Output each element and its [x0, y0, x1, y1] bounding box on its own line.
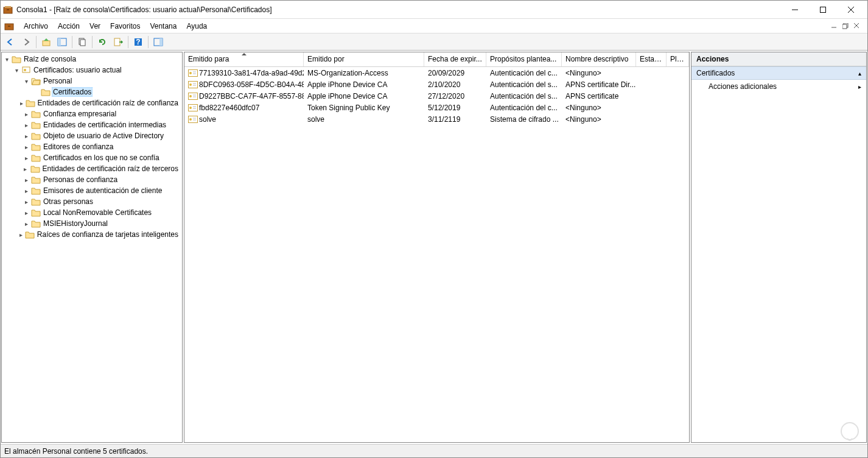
list-pane: Emitido para Emitido por Fecha de expir.… [184, 52, 690, 443]
folder-icon [31, 175, 41, 185]
svg-point-39 [189, 107, 192, 109]
menu-ayuda[interactable]: Ayuda [181, 21, 212, 32]
column-estado[interactable]: Estado [636, 52, 667, 66]
maximize-button[interactable] [809, 1, 837, 18]
menu-archivo[interactable]: Archivo [19, 21, 53, 32]
window-title: Consola1 - [Raíz de consola\Certificados… [16, 5, 781, 14]
cell: Autenticación del c... [486, 104, 562, 112]
mmc-icon [4, 21, 14, 31]
tree[interactable]: ▾ Raíz de consola ▾ Certificados: usuari… [2, 52, 182, 432]
list-body[interactable]: 77139310-3a81-47da-a9ad-49d2...MS-Organi… [184, 67, 689, 432]
tree-node[interactable]: ▸Otras personas [2, 196, 182, 207]
back-button[interactable] [3, 35, 18, 49]
tree-node[interactable]: ▸Confianza empresarial [2, 108, 182, 119]
folder-icon [31, 109, 41, 119]
forward-button[interactable] [19, 35, 33, 49]
refresh-button[interactable] [95, 35, 110, 49]
svg-point-27 [189, 72, 192, 74]
menu-ver[interactable]: Ver [85, 21, 105, 32]
menu-favoritos[interactable]: Favoritos [105, 21, 145, 32]
tree-node[interactable]: ▸Entidades de certificación intermedias [2, 119, 182, 130]
tree-horizontal-scrollbar[interactable] [2, 432, 182, 442]
menu-ventana[interactable]: Ventana [145, 21, 181, 32]
status-bar: El almacén Personal contiene 5 certifica… [1, 444, 867, 457]
certificate-row[interactable]: 8DFC0963-058F-4D5C-B04A-48...Apple iPhon… [184, 79, 689, 90]
mdi-controls [830, 22, 864, 30]
certificate-row[interactable]: 77139310-3a81-47da-a9ad-49d2...MS-Organi… [184, 67, 689, 79]
cell: D9227BBC-CA7F-4A7F-8557-88... [184, 92, 304, 100]
tree-personal[interactable]: ▾ Personal [2, 76, 182, 86]
cell: Apple iPhone Device CA [304, 80, 424, 89]
column-propositos[interactable]: Propósitos plantea... [486, 52, 562, 66]
menu-bar: Archivo Acción Ver Favoritos Ventana Ayu… [1, 19, 867, 33]
column-plantilla[interactable]: Plan [667, 52, 689, 66]
minimize-button[interactable] [781, 1, 809, 18]
folder-icon [31, 131, 41, 141]
mdi-close-button[interactable] [852, 22, 861, 30]
cell: solve [304, 115, 424, 124]
menu-accion[interactable]: Acción [53, 21, 85, 32]
cell: 27/12/2020 [424, 92, 486, 100]
tree-cert-user[interactable]: ▾ Certificados: usuario actual [2, 65, 182, 76]
help-button[interactable]: ? [131, 35, 145, 49]
tree-node[interactable]: ▸Objeto de usuario de Active Directory [2, 130, 182, 141]
actions-more[interactable]: Acciones adicionales ▸ [691, 80, 866, 93]
tree-node[interactable]: ▸Entidades de certificación raíz de conf… [2, 97, 182, 108]
svg-rect-4 [821, 7, 826, 12]
cell: Autenticación del c... [486, 69, 562, 77]
column-nombre-descriptivo[interactable]: Nombre descriptivo [562, 52, 636, 66]
folder-icon [31, 219, 41, 228]
column-fecha-expiracion[interactable]: Fecha de expir... [424, 52, 486, 66]
tree-certificados[interactable]: Certificados [2, 86, 182, 97]
show-hide-tree-button[interactable] [55, 35, 69, 49]
folder-icon [31, 197, 41, 206]
svg-text:?: ? [136, 38, 140, 46]
up-button[interactable] [39, 35, 54, 49]
submenu-icon: ▸ [858, 83, 861, 90]
cell: Autenticación del s... [486, 80, 562, 89]
copy-button[interactable] [75, 35, 89, 49]
cell: 3/11/2119 [424, 115, 486, 124]
tree-node[interactable]: ▸Entidades de certificación raíz de terc… [2, 163, 182, 174]
actions-section-certificados[interactable]: Certificados ▴ [691, 66, 866, 80]
show-hide-actions-button[interactable] [151, 35, 166, 49]
certificate-row[interactable]: fbd8227e460dfc07Token Signing Public Key… [184, 102, 689, 113]
tree-node[interactable]: ▸Local NonRemovable Certificates [2, 207, 182, 218]
svg-rect-23 [159, 38, 163, 46]
svg-point-35 [189, 95, 192, 97]
title-bar: Consola1 - [Raíz de consola\Certificados… [1, 1, 867, 19]
certificate-store-icon [21, 65, 31, 75]
svg-rect-14 [43, 41, 50, 46]
mdi-minimize-button[interactable] [830, 22, 839, 30]
app-icon [3, 5, 13, 15]
tree-node[interactable]: ▸Certificados en los que no se confía [2, 152, 182, 163]
svg-rect-18 [80, 40, 85, 46]
close-button[interactable] [837, 1, 865, 18]
folder-icon [31, 120, 41, 130]
column-emitido-para[interactable]: Emitido para [184, 52, 304, 66]
folder-open-icon [31, 76, 41, 86]
column-emitido-por[interactable]: Emitido por [304, 52, 424, 66]
tree-node[interactable]: ▸Raíces de confianza de tarjetas intelig… [2, 229, 182, 240]
svg-rect-2 [7, 9, 9, 10]
svg-point-43 [189, 118, 192, 121]
list-horizontal-scrollbar[interactable] [184, 432, 689, 442]
certificate-row[interactable]: solvesolve3/11/2119Sistema de cifrado ..… [184, 113, 689, 125]
tree-node[interactable]: ▸Editores de confianza [2, 141, 182, 152]
cell: Apple iPhone Device CA [304, 92, 424, 100]
cell: 8DFC0963-058F-4D5C-B04A-48... [184, 80, 304, 89]
folder-icon [31, 153, 41, 163]
cell: Autenticación del s... [486, 92, 562, 100]
list-header: Emitido para Emitido por Fecha de expir.… [184, 52, 689, 67]
tree-node[interactable]: ▸Personas de confianza [2, 174, 182, 185]
tree-node[interactable]: ▸Emisores de autenticación de cliente [2, 185, 182, 196]
cell: <Ninguno> [562, 69, 636, 77]
mdi-restore-button[interactable] [841, 22, 850, 30]
export-button[interactable] [111, 35, 125, 49]
actions-header: Acciones [691, 52, 866, 66]
certificate-row[interactable]: D9227BBC-CA7F-4A7F-8557-88...Apple iPhon… [184, 90, 689, 102]
tree-node[interactable]: ▸MSIEHistoryJournal [2, 218, 182, 229]
svg-point-31 [189, 83, 192, 86]
tree-root[interactable]: ▾ Raíz de consola [2, 54, 182, 65]
folder-icon [26, 98, 35, 108]
